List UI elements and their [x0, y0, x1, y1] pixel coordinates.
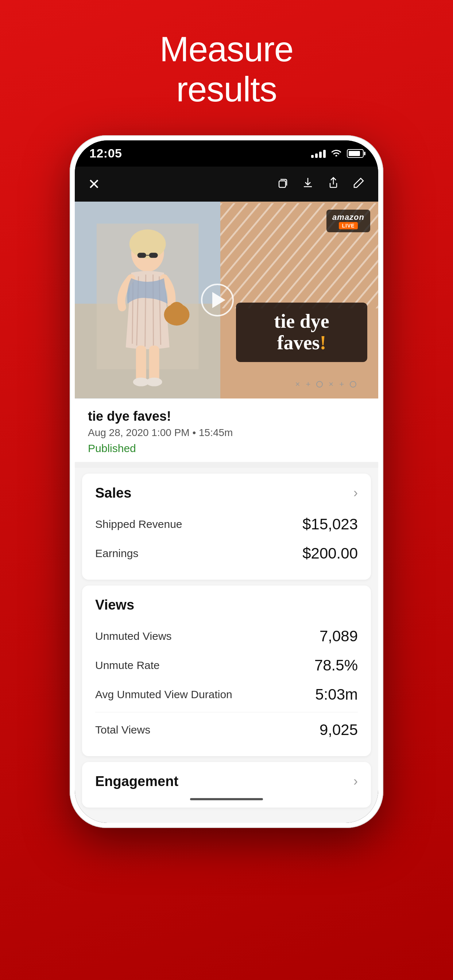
amazon-live-badge: amazon LIVE — [327, 210, 370, 232]
headline-line2: results — [176, 70, 277, 109]
dot-x-2: × — [329, 380, 333, 389]
svg-point-14 — [164, 304, 190, 326]
svg-rect-15 — [136, 345, 146, 382]
headline-line1: Measure — [160, 30, 293, 68]
engagement-title: Engagement — [95, 774, 179, 789]
scroll-indicator — [190, 798, 263, 800]
signal-bars-icon — [311, 149, 326, 158]
amazon-logo-text: amazon — [332, 213, 364, 222]
copy-icon[interactable] — [276, 177, 289, 192]
dot-x-1: × — [295, 380, 300, 389]
sales-title: Sales — [95, 485, 131, 501]
stream-info-section: tie dye faves! Aug 28, 2020 1:00 PM • 15… — [75, 398, 378, 462]
status-time: 12:05 — [89, 146, 122, 161]
stats-divider — [95, 712, 358, 713]
engagement-card-header[interactable]: Engagement › — [95, 774, 358, 789]
stream-date: Aug 28, 2020 1:00 PM • 15:45m — [88, 427, 365, 439]
avg-duration-row: Avg Unmuted View Duration 5:03m — [95, 680, 358, 709]
stream-title: tie dye faves! — [88, 409, 365, 424]
views-card: Views Unmuted Views 7,089 Unmute Rate 78… — [82, 585, 371, 756]
phone-screen: 12:05 ✕ — [75, 140, 378, 823]
overlay-exclaim: ! — [319, 332, 326, 354]
video-thumbnail[interactable]: amazon LIVE tie dye faves! × — [75, 202, 378, 398]
battery-icon — [347, 149, 364, 158]
sales-card: Sales › Shipped Revenue $15,023 Earnings… — [82, 474, 371, 580]
svg-point-5 — [129, 229, 166, 258]
wifi-icon — [331, 148, 342, 159]
sales-arrow-icon[interactable]: › — [353, 485, 358, 501]
avg-duration-label: Avg Unmuted View Duration — [95, 688, 232, 701]
edit-icon[interactable] — [353, 177, 365, 192]
views-title: Views — [95, 597, 134, 613]
dot-circle-2 — [350, 381, 356, 388]
page-headline: Measure results — [160, 29, 293, 110]
engagement-arrow-icon[interactable]: › — [353, 774, 358, 789]
total-views-value: 9,025 — [319, 721, 358, 739]
unmuted-views-value: 7,089 — [319, 627, 358, 645]
earnings-row: Earnings $200.00 — [95, 539, 358, 568]
earnings-value: $200.00 — [302, 545, 358, 562]
phone-mockup: 12:05 ✕ — [70, 135, 383, 828]
svg-rect-16 — [149, 345, 160, 382]
overlay-title-line1: tie dye — [274, 310, 329, 332]
scroll-indicator-wrapper — [95, 798, 358, 800]
section-divider — [75, 462, 378, 468]
unmute-rate-label: Unmute Rate — [95, 659, 160, 671]
nav-bar: ✕ — [75, 167, 378, 202]
avg-duration-value: 5:03m — [315, 686, 358, 703]
dot-plus-2: + — [339, 380, 344, 389]
total-views-row: Total Views 9,025 — [95, 715, 358, 745]
unmute-rate-value: 78.5% — [314, 657, 358, 674]
published-badge: Published — [88, 442, 365, 455]
svg-rect-7 — [149, 253, 158, 258]
unmuted-views-label: Unmuted Views — [95, 630, 172, 643]
overlay-title-line2: faves — [277, 332, 320, 354]
dot-plus-1: + — [306, 380, 310, 389]
shipped-revenue-row: Shipped Revenue $15,023 — [95, 510, 358, 539]
earnings-label: Earnings — [95, 547, 138, 560]
stream-title-overlay: tie dye faves! — [236, 302, 367, 362]
dot-indicators: × + × + — [295, 380, 356, 389]
views-card-header: Views — [95, 597, 358, 613]
dot-circle-1 — [316, 381, 323, 388]
shipped-revenue-label: Shipped Revenue — [95, 518, 182, 530]
shipped-revenue-value: $15,023 — [302, 515, 358, 533]
content-scroll[interactable]: amazon LIVE tie dye faves! × — [75, 202, 378, 823]
total-views-label: Total Views — [95, 724, 150, 736]
phone-notch — [179, 140, 274, 159]
sales-card-header[interactable]: Sales › — [95, 485, 358, 501]
svg-point-18 — [146, 377, 162, 386]
download-icon[interactable] — [301, 177, 314, 192]
engagement-card: Engagement › — [82, 762, 371, 808]
unmute-rate-row: Unmute Rate 78.5% — [95, 651, 358, 680]
unmuted-views-row: Unmuted Views 7,089 — [95, 622, 358, 651]
play-triangle-icon — [212, 292, 225, 308]
live-badge: LIVE — [339, 222, 357, 229]
status-icons — [311, 148, 364, 159]
nav-actions — [276, 177, 365, 192]
svg-rect-6 — [137, 253, 146, 258]
close-button[interactable]: ✕ — [88, 176, 100, 192]
video-bg-photo — [75, 202, 220, 398]
share-icon[interactable] — [327, 177, 340, 192]
svg-rect-0 — [279, 181, 286, 188]
play-button[interactable] — [201, 284, 234, 317]
